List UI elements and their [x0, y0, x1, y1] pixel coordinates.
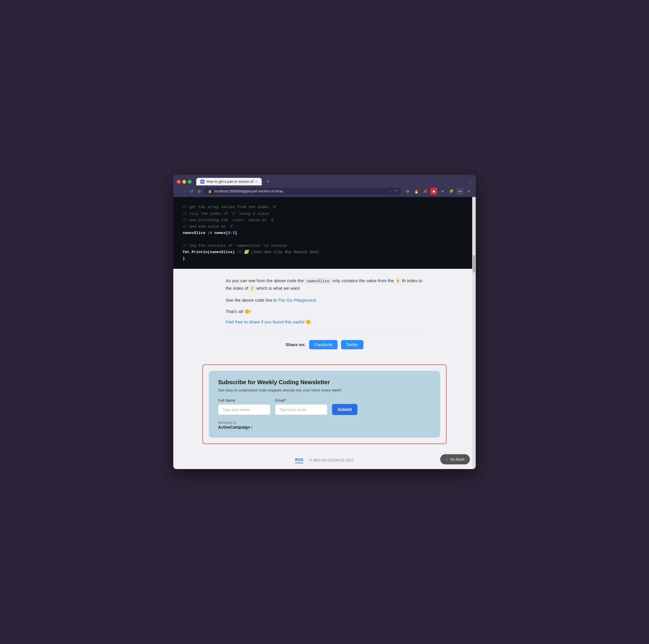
code-line-6 — [183, 236, 466, 243]
url-separator: ≡ — [389, 189, 391, 193]
settings-icon[interactable]: ⚙ — [404, 188, 411, 195]
code-block: // get the array values from the index `… — [173, 197, 476, 269]
inline-code-two: 2 — [250, 286, 255, 291]
pin-icon[interactable]: 📌 — [422, 188, 429, 195]
url-bar[interactable]: 🔒 localhost:3000/blog/get-part-section-o… — [204, 188, 401, 195]
newsletter-inner: Subscribe for Weekly Coding Newsletter G… — [209, 371, 440, 438]
record-icon[interactable]: ■ — [430, 188, 437, 195]
article-paragraph-1: As you can see from the above code the n… — [226, 277, 423, 292]
bookmark-icon: ⊘ — [198, 189, 201, 193]
full-name-label: Full Name — [218, 398, 270, 403]
article-paragraph-3: That's all 🙂! — [226, 308, 423, 315]
newsletter-subtitle: Get easy to understand code snippets dir… — [218, 388, 431, 392]
tab-favicon: M — [200, 180, 205, 184]
title-bar: M How to get a part or section of × + ⌄ … — [173, 175, 476, 197]
address-bar: ‹ › ↺ ⊘ 🔒 localhost:3000/blog/get-part-s… — [173, 185, 476, 197]
tab-title: How to get a part or section of — [207, 180, 253, 184]
active-campaign-link[interactable]: ActiveCampaign › — [218, 425, 431, 429]
code-line-9: } — [183, 256, 466, 262]
traffic-lights — [177, 180, 191, 184]
newsletter-title: Subscribe for Weekly Coding Newsletter — [218, 379, 431, 386]
code-line-1: // get the array values from the index `… — [183, 204, 466, 211]
rss-link[interactable]: RSS — [295, 457, 304, 463]
lock-icon: 🔒 — [208, 189, 212, 193]
browser-window: M How to get a part or section of × + ⌄ … — [173, 175, 476, 469]
email-label: Email* — [275, 398, 328, 403]
url-text: localhost:3000/blog/get-part-section-of-… — [214, 189, 387, 193]
share-link[interactable]: Feel free to share if you found this use… — [226, 319, 312, 324]
active-tab[interactable]: M How to get a part or section of × — [196, 178, 262, 185]
nav-buttons: ‹ › ↺ — [177, 188, 194, 195]
email-group: Email* — [275, 398, 328, 415]
puzzle-icon[interactable]: 🧩 — [448, 188, 455, 195]
back-icon: ‹ — [178, 189, 179, 193]
share-label: Share on: — [286, 342, 306, 347]
tab-row: M How to get a part or section of × + ⌄ — [173, 175, 476, 185]
newsletter-container: Subscribe for Weekly Coding Newsletter G… — [173, 364, 476, 453]
full-name-input[interactable] — [218, 404, 270, 415]
star-icon[interactable]: ✳ — [439, 188, 446, 195]
go-playground-link[interactable]: The Go Playground — [278, 297, 316, 303]
scrollbar-thumb[interactable] — [473, 255, 475, 273]
article-content: As you can see from the above code the n… — [173, 269, 476, 364]
inline-code-zero: 0 — [395, 278, 401, 284]
minimize-traffic-light[interactable] — [182, 180, 186, 184]
new-tab-button[interactable]: + — [264, 179, 272, 185]
refresh-icon: ↺ — [190, 189, 193, 193]
email-input[interactable] — [275, 404, 328, 415]
inline-code-namesslice: namesSlice — [305, 278, 331, 284]
shield-icon: 🛡 — [394, 189, 397, 193]
fullscreen-traffic-light[interactable] — [188, 180, 191, 184]
reader-icon[interactable]: 👓 — [457, 188, 464, 195]
newsletter-outer-border: Subscribe for Weekly Coding Newsletter G… — [202, 364, 447, 444]
fire-icon[interactable]: 🔥 — [413, 188, 420, 195]
code-line-3: // and providing the `start` value as `0… — [183, 217, 466, 224]
marketing-by-text: Marketing by — [218, 421, 431, 424]
code-line-2: // till the index of `2` using a slice — [183, 211, 466, 217]
article-paragraph-2: See the above code live in The Go Playgr… — [226, 296, 423, 304]
forward-button[interactable]: › — [183, 188, 187, 195]
code-line-5: namesSlice := names[0:3] — [183, 230, 466, 236]
full-name-group: Full Name — [218, 398, 270, 415]
page-content: // get the array values from the index `… — [173, 197, 476, 469]
menu-icon[interactable]: ≡ — [465, 188, 472, 195]
copyright-text: © MELVIN GEORGE 2021 — [309, 458, 354, 462]
newsletter-form: Full Name Email* Submit — [218, 398, 431, 415]
code-line-7: // log the contents of `namesSlice` to c… — [183, 243, 466, 249]
close-traffic-light[interactable] — [177, 180, 181, 184]
scrollbar[interactable] — [472, 197, 476, 469]
share-section: Share on: Facebook Twitter — [226, 332, 423, 349]
code-line-8: fmt.Println(namesSlice) // ✅ [John Doe L… — [183, 249, 466, 256]
facebook-share-button[interactable]: Facebook — [309, 340, 337, 349]
twitter-share-button[interactable]: Twitter — [341, 340, 363, 349]
refresh-button[interactable]: ↺ — [189, 188, 194, 195]
forward-icon: › — [184, 189, 185, 193]
code-line-4: // and end value as `3` — [183, 224, 466, 230]
go-back-button[interactable]: ← Go Back — [440, 454, 470, 464]
toolbar-icons: ⚙ 🔥 📌 ■ ✳ 🧩 👓 ≡ — [404, 188, 472, 195]
tab-more-button[interactable]: ⌄ — [469, 179, 472, 184]
tab-close-button[interactable]: × — [256, 180, 257, 183]
bookmark-button[interactable]: ⊘ — [198, 189, 201, 193]
submit-button[interactable]: Submit — [332, 404, 357, 415]
back-button[interactable]: ‹ — [177, 188, 181, 195]
footer: RSS © MELVIN GEORGE 2021 ← Go Back — [173, 453, 476, 469]
